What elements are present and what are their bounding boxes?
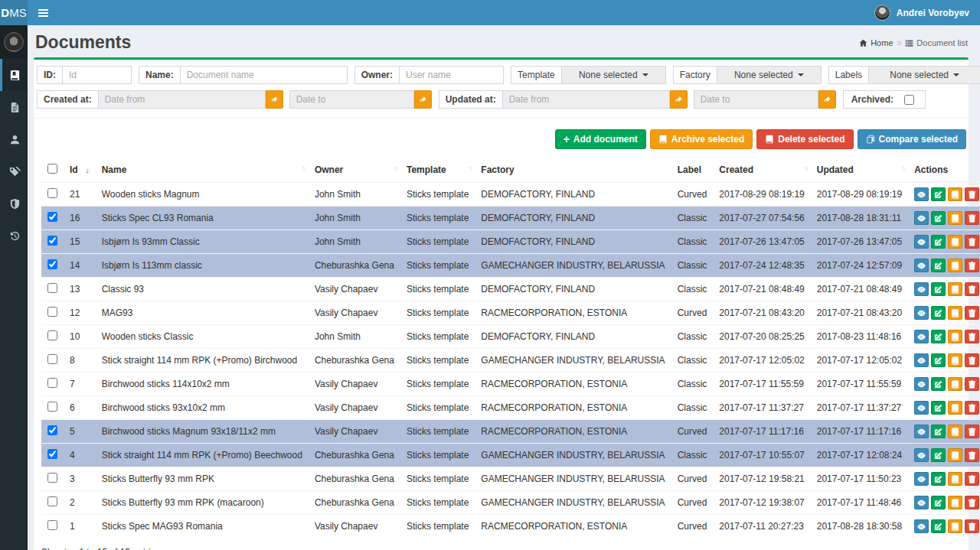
view-button[interactable]: [914, 353, 929, 367]
delete-button[interactable]: [965, 353, 979, 367]
sidebar-item-history[interactable]: [0, 220, 28, 252]
edit-button[interactable]: [931, 259, 946, 272]
delete-button[interactable]: [965, 187, 979, 201]
sidebar-item-documents[interactable]: [0, 59, 28, 91]
table-row[interactable]: 5 Birchwood sticks Magnum 93x18/11x2 mm …: [41, 420, 980, 444]
delete-button[interactable]: [965, 401, 979, 415]
view-button[interactable]: [914, 235, 929, 249]
edit-button[interactable]: [931, 519, 946, 533]
sidebar-item-users[interactable]: [0, 123, 28, 155]
edit-button[interactable]: [931, 448, 946, 462]
column-header-template[interactable]: Template↑↓: [400, 158, 475, 182]
row-checkbox[interactable]: [47, 236, 57, 246]
sidebar-item-templates[interactable]: [0, 91, 28, 123]
delete-button[interactable]: [965, 519, 979, 533]
archive-button[interactable]: [948, 306, 962, 320]
updated-from-clear-button[interactable]: [670, 90, 688, 109]
delete-button[interactable]: [965, 282, 979, 296]
view-button[interactable]: [914, 448, 929, 462]
delete-button[interactable]: [965, 472, 979, 486]
view-button[interactable]: [914, 401, 929, 415]
row-checkbox[interactable]: [47, 283, 57, 293]
table-row[interactable]: 10 Wooden sticks Classic John Smith Stic…: [41, 325, 980, 349]
updated-to-clear-button[interactable]: [818, 90, 836, 109]
table-row[interactable]: 14 Isbjørn Is 113mm classic Cheburashka …: [41, 254, 980, 278]
delete-button[interactable]: [965, 425, 979, 438]
archive-button[interactable]: [948, 496, 962, 509]
template-filter-dropdown[interactable]: None selected: [562, 66, 666, 84]
edit-button[interactable]: [931, 377, 946, 391]
archive-button[interactable]: [948, 425, 962, 438]
archive-selected-button[interactable]: Archive selected: [650, 129, 753, 149]
table-row[interactable]: 16 Sticks Spec CL93 Romania John Smith S…: [41, 207, 980, 230]
archive-button[interactable]: [948, 401, 962, 415]
table-row[interactable]: 6 Birchwood sticks 93x10x2 mm Vasily Cha…: [41, 396, 980, 420]
breadcrumb-home-link[interactable]: Home: [859, 38, 893, 47]
edit-button[interactable]: [931, 211, 946, 225]
sidebar-toggle-button[interactable]: [28, 0, 58, 25]
sidebar-item-roles[interactable]: [0, 187, 28, 220]
archived-checkbox[interactable]: [904, 95, 914, 105]
view-button[interactable]: [914, 211, 929, 225]
view-button[interactable]: [914, 330, 929, 343]
archive-button[interactable]: [948, 211, 962, 225]
view-button[interactable]: [914, 519, 929, 533]
edit-button[interactable]: [931, 282, 946, 296]
row-checkbox[interactable]: [47, 496, 57, 506]
view-button[interactable]: [914, 377, 929, 391]
delete-selected-button[interactable]: Delete selected: [756, 129, 853, 149]
delete-button[interactable]: [965, 330, 979, 343]
name-filter-input[interactable]: [181, 66, 348, 84]
created-to-clear-button[interactable]: [414, 90, 432, 109]
edit-button[interactable]: [931, 330, 946, 343]
row-checkbox[interactable]: [47, 378, 57, 388]
view-button[interactable]: [914, 187, 929, 201]
table-row[interactable]: 4 Stick straight 114 mm RPK (+Promo) Bee…: [41, 444, 980, 467]
edit-button[interactable]: [931, 401, 946, 415]
row-checkbox[interactable]: [47, 402, 57, 412]
row-checkbox[interactable]: [47, 425, 57, 435]
user-menu[interactable]: Andrei Vorobyev: [864, 0, 980, 25]
table-row[interactable]: 21 Wooden sticks Magnum John Smith Stick…: [41, 182, 980, 207]
archive-button[interactable]: [948, 448, 962, 462]
column-header-updated[interactable]: Updated↑↓: [811, 158, 908, 182]
view-button[interactable]: [914, 425, 929, 438]
edit-button[interactable]: [931, 496, 946, 509]
view-button[interactable]: [914, 282, 929, 296]
delete-button[interactable]: [965, 496, 979, 509]
table-row[interactable]: 7 Birchwood sticks 114x10x2 mm Vasily Ch…: [41, 373, 980, 396]
compare-selected-button[interactable]: Compare selected: [858, 129, 966, 149]
archive-button[interactable]: [948, 353, 962, 367]
factory-filter-dropdown[interactable]: None selected: [717, 66, 822, 84]
column-header-label[interactable]: Label: [671, 158, 714, 182]
select-all-checkbox[interactable]: [47, 164, 57, 174]
row-checkbox[interactable]: [47, 307, 57, 317]
column-header-name[interactable]: Name↑↓: [96, 158, 309, 182]
archive-button[interactable]: [948, 519, 962, 533]
owner-filter-input[interactable]: [400, 66, 504, 84]
edit-button[interactable]: [931, 425, 946, 438]
app-logo[interactable]: DMS: [0, 0, 28, 25]
edit-button[interactable]: [931, 353, 946, 367]
row-checkbox[interactable]: [47, 473, 57, 483]
id-filter-input[interactable]: [63, 66, 132, 84]
delete-button[interactable]: [965, 235, 979, 249]
table-row[interactable]: 8 Stick straight 114 mm RPK (+Promo) Bir…: [41, 349, 980, 373]
edit-button[interactable]: [931, 306, 946, 320]
view-button[interactable]: [914, 306, 929, 320]
table-row[interactable]: 15 Isbjørn Is 93mm Classic John Smith St…: [41, 230, 980, 254]
delete-button[interactable]: [965, 306, 979, 320]
archive-button[interactable]: [948, 259, 962, 272]
sidebar-item-labels[interactable]: [0, 155, 28, 187]
archive-button[interactable]: [948, 330, 962, 343]
row-checkbox[interactable]: [47, 354, 57, 364]
delete-button[interactable]: [965, 377, 979, 391]
edit-button[interactable]: [931, 235, 946, 249]
table-row[interactable]: 13 Classic 93 Vasily Chapaev Sticks temp…: [41, 278, 980, 301]
updated-to-input[interactable]: [694, 90, 818, 109]
edit-button[interactable]: [931, 187, 946, 201]
created-from-input[interactable]: [99, 90, 266, 109]
column-header-id[interactable]: Id↓↑: [64, 158, 96, 182]
row-checkbox[interactable]: [47, 212, 57, 222]
row-checkbox[interactable]: [47, 259, 57, 269]
